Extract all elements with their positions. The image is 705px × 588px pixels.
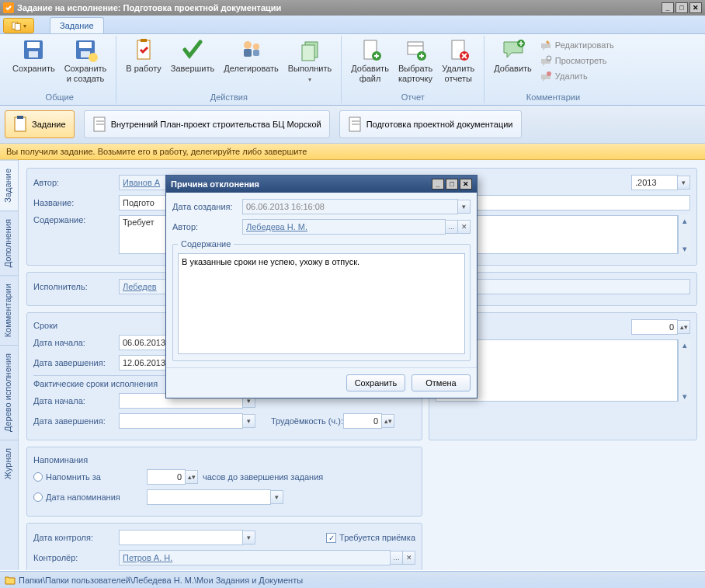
delegate-button[interactable]: Делегировать	[219, 36, 283, 75]
author-label: Автор:	[33, 178, 119, 187]
delete-reports-button[interactable]: Удалить отчеты	[437, 36, 479, 85]
aend-field[interactable]	[119, 413, 243, 429]
date-picker-button[interactable]: ▾	[678, 176, 690, 190]
remind-in-field[interactable]: 0	[147, 469, 186, 485]
svg-rect-15	[253, 50, 259, 56]
pencil-icon	[540, 39, 552, 51]
save-icon	[21, 37, 46, 62]
remind-in-stepper[interactable]: ▴▾	[186, 470, 198, 484]
dialog-title: Причина отклонения	[171, 179, 259, 189]
labor-stepper[interactable]: ▴▾	[382, 414, 394, 428]
dialog-date-picker[interactable]: ▾	[458, 200, 471, 214]
side-tab-additions[interactable]: Дополнения	[0, 210, 18, 275]
dialog-author-browse-button[interactable]: …	[446, 220, 458, 234]
check-icon	[180, 37, 205, 62]
accept-checkbox[interactable]: ✓	[326, 533, 336, 543]
remind-title: Напоминания	[33, 454, 415, 466]
users-icon	[239, 37, 264, 62]
side-tab-task[interactable]: Задание	[0, 160, 18, 210]
ribbon-tab-task[interactable]: Задание	[50, 17, 104, 33]
remind-in-label: Напомнить за	[46, 472, 147, 482]
svg-rect-13	[244, 49, 252, 57]
save-create-icon	[73, 37, 98, 62]
control-date-label: Дата контроля:	[33, 533, 119, 542]
doc-tab-prepare[interactable]: Подготовка проектной документации	[339, 110, 522, 138]
add-comment-button[interactable]: Добавить	[489, 36, 537, 75]
save-button[interactable]: Сохранить	[8, 36, 60, 75]
execute-button[interactable]: Выполнить▾	[283, 36, 336, 85]
scroll-down-icon[interactable]: ▾	[679, 391, 690, 402]
edit-comment-button[interactable]: Редактировать	[537, 37, 617, 53]
percent-field[interactable]: 0	[631, 319, 678, 335]
controller-field[interactable]: Петров А. Н.	[119, 550, 391, 565]
clipboard-icon	[13, 116, 27, 133]
dialog-minimize-button[interactable]: _	[432, 179, 444, 190]
clipboard-check-icon	[131, 37, 156, 62]
app-menu-button[interactable]: ▾	[3, 18, 34, 33]
doc-tab-plan[interactable]: Внутренний План-проект строительства БЦ …	[84, 110, 330, 138]
remind-date-picker[interactable]: ▾	[271, 490, 283, 504]
svg-rect-29	[17, 116, 23, 119]
control-date-picker[interactable]: ▾	[243, 531, 255, 545]
side-tabs: Задание Дополнения Комментарии Дерево ис…	[0, 160, 19, 570]
control-date-field[interactable]	[119, 530, 243, 545]
view-comment-button[interactable]: Просмотреть	[537, 53, 617, 68]
scroll-up-icon[interactable]: ▴	[679, 215, 690, 226]
dialog-save-button[interactable]: Сохранить	[346, 374, 405, 391]
labor-label: Трудоёмкость (ч.):	[271, 416, 343, 426]
maximize-button[interactable]: □	[675, 2, 688, 13]
content-scrollbar[interactable]: ▴ ▾	[678, 215, 690, 254]
doc-tab-task[interactable]: Задание	[5, 110, 75, 138]
file-x-icon	[446, 37, 471, 62]
aend-picker-button[interactable]: ▾	[243, 414, 255, 428]
labor-field[interactable]: 0	[343, 413, 382, 429]
file-plus-icon	[358, 37, 383, 62]
ribbon: Сохранить Сохранить и создать Общие В ра…	[0, 34, 705, 106]
percent-stepper[interactable]: ▴▾	[678, 320, 690, 334]
side-tab-comments[interactable]: Комментарии	[0, 275, 18, 345]
dialog-cancel-button[interactable]: Отмена	[412, 374, 471, 391]
dialog-date-label: Дата создания:	[172, 202, 242, 211]
info-bar: Вы получили задание. Возьмите его в рабо…	[0, 144, 705, 160]
astart-label: Дата начала:	[33, 396, 119, 405]
app-icon	[3, 2, 14, 13]
aend-label: Дата завершения:	[33, 416, 119, 426]
comment-plus-icon	[501, 37, 526, 62]
dialog-author-field: Лебедева Н. М.	[242, 219, 446, 235]
side-tab-tree[interactable]: Дерево исполнения	[0, 345, 18, 440]
svg-rect-5	[29, 51, 38, 57]
date-field-tail[interactable]: .2013	[631, 175, 678, 190]
pick-card-button[interactable]: Выбрать карточку	[394, 36, 437, 85]
svg-point-9	[89, 53, 98, 62]
ribbon-tab-strip: ▾ Задание	[0, 16, 705, 34]
to-work-button[interactable]: В работу	[121, 36, 165, 75]
accept-label: Требуется приёмка	[339, 533, 415, 542]
remind-date-field[interactable]	[147, 489, 271, 505]
scroll-down-icon[interactable]: ▾	[679, 243, 690, 254]
minimize-button[interactable]: _	[662, 2, 674, 13]
name-label: Название:	[33, 198, 119, 207]
side-tab-log[interactable]: Журнал	[0, 440, 18, 487]
delete-comment-button[interactable]: Удалить	[537, 68, 617, 84]
svg-rect-28	[15, 117, 26, 131]
percent-scrollbar[interactable]: ▴▾	[678, 339, 690, 402]
dialog-author-clear-button[interactable]: ✕	[458, 220, 471, 234]
controller-label: Контролёр:	[33, 553, 119, 562]
dialog-maximize-button[interactable]: □	[446, 179, 458, 190]
add-file-button[interactable]: Добавить файл	[346, 36, 394, 85]
dialog-date-field: 06.06.2013 16:16:08	[242, 199, 458, 214]
decline-reason-dialog: Причина отклонения _ □ ✕ Дата создания: …	[165, 175, 478, 398]
dialog-content-group: Содержание	[172, 239, 471, 361]
save-create-button[interactable]: Сохранить и создать	[60, 36, 112, 85]
remind-in-radio[interactable]	[33, 472, 43, 482]
svg-point-14	[253, 43, 259, 50]
controller-browse-button[interactable]: …	[391, 551, 403, 565]
start-label: Дата начала:	[33, 338, 119, 347]
close-button[interactable]: ✕	[689, 2, 702, 13]
dialog-content-textarea[interactable]	[178, 253, 465, 354]
dialog-close-button[interactable]: ✕	[460, 179, 472, 190]
controller-clear-button[interactable]: ✕	[403, 551, 415, 565]
remind-date-radio[interactable]	[33, 492, 43, 502]
scroll-up-icon[interactable]: ▴	[679, 339, 690, 350]
finish-button[interactable]: Завершить	[166, 36, 219, 75]
